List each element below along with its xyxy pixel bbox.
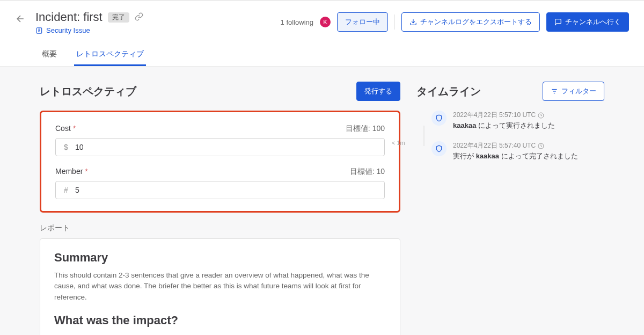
- shield-icon: [431, 141, 447, 156]
- impact-heading: What was the impact?: [54, 314, 386, 327]
- shield-icon: [431, 111, 447, 126]
- following-count: 1 following: [281, 18, 313, 26]
- timeline-item: 2022年4月22日 5:57:40 UTC 実行が kaakaa によって完了…: [431, 141, 604, 161]
- member-label: Member: [55, 167, 83, 176]
- status-badge: 完了: [108, 12, 129, 23]
- timeline-timestamp: 2022年4月22日 5:57:40 UTC: [453, 141, 604, 150]
- timeline-duration: < 1m: [392, 140, 405, 146]
- cost-label: Cost: [55, 124, 71, 133]
- timeline-text: 実行が kaakaa によって完了されました: [453, 151, 604, 161]
- publish-button[interactable]: 発行する: [356, 82, 400, 101]
- timeline-item: 2022年4月22日 5:57:10 UTC kaakaa によって実行されまし…: [431, 111, 604, 130]
- report-label: レポート: [40, 223, 400, 233]
- hash-icon: #: [62, 186, 70, 194]
- member-input[interactable]: [75, 186, 378, 194]
- impact-text: This section describes the impact of thi…: [54, 333, 386, 335]
- required-mark: *: [73, 124, 76, 133]
- report-card[interactable]: Summary This should contain 2-3 sentence…: [40, 238, 400, 335]
- tab-retrospective[interactable]: レトロスペクティブ: [74, 44, 146, 66]
- link-icon[interactable]: [135, 12, 143, 23]
- required-mark: *: [85, 167, 87, 176]
- page-title: Incident: first: [35, 10, 103, 24]
- cost-input-wrap[interactable]: $: [55, 138, 385, 156]
- avatar[interactable]: K: [320, 17, 331, 27]
- divider: [394, 14, 395, 30]
- follow-button[interactable]: フォロー中: [337, 12, 388, 32]
- dollar-icon: $: [62, 143, 70, 151]
- retrospective-heading: レトロスペクティブ: [40, 84, 136, 99]
- timeline-timestamp: 2022年4月22日 5:57:10 UTC: [453, 111, 604, 120]
- cost-input[interactable]: [75, 143, 378, 151]
- timeline-heading: タイムライン: [416, 84, 481, 99]
- cost-target: 目標値: 100: [346, 124, 385, 134]
- go-to-channel-button[interactable]: チャンネルへ行く: [546, 12, 629, 32]
- member-target: 目標値: 10: [350, 167, 385, 177]
- metrics-box: Cost * 目標値: 100 $ Member * 目標値: 10 #: [40, 111, 400, 213]
- member-input-wrap[interactable]: #: [55, 181, 385, 199]
- playbook-link[interactable]: Security Issue: [35, 26, 281, 34]
- summary-heading: Summary: [54, 251, 386, 265]
- export-log-button[interactable]: チャンネルログをエクスポートする: [401, 12, 540, 32]
- playbook-name: Security Issue: [46, 26, 90, 34]
- back-button[interactable]: [15, 13, 26, 26]
- tab-overview[interactable]: 概要: [40, 44, 59, 66]
- filter-button[interactable]: フィルター: [543, 82, 604, 101]
- timeline-connector: [423, 126, 425, 146]
- summary-text: This should contain 2-3 sentences that g…: [54, 270, 386, 303]
- timeline-text: kaakaa によって実行されました: [453, 121, 604, 130]
